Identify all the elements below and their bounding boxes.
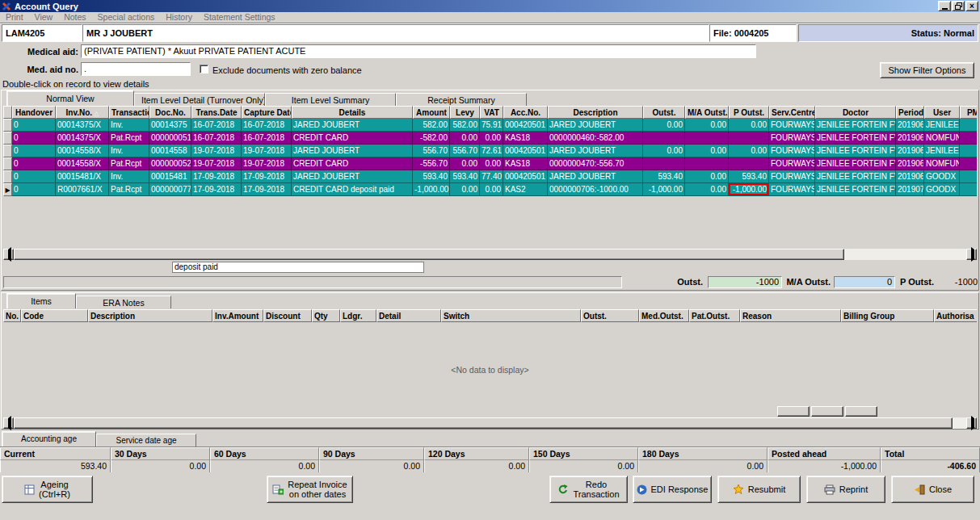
items-hscrollbar[interactable] xyxy=(3,417,977,429)
grid-cell: 0000000460:-582.00 xyxy=(548,132,643,145)
column-header-period[interactable]: Period xyxy=(896,106,924,119)
tab-item-level-detail[interactable]: Item Level Detail (Turnover Only) xyxy=(134,93,265,106)
column-header-pmb[interactable]: PMB xyxy=(960,106,977,119)
column-header-levy[interactable]: Levy xyxy=(450,106,480,119)
grid-cell: JARED JOUBERT xyxy=(548,119,643,132)
items-column-header-no-[interactable]: No. xyxy=(3,309,21,322)
column-header-capture-date[interactable]: Capture Date xyxy=(242,106,292,119)
scroll-left-arrow[interactable] xyxy=(3,249,14,260)
column-header-acc-no-[interactable]: Acc.No. xyxy=(503,106,548,119)
med-aid-no-field[interactable]: . xyxy=(81,62,191,76)
close-button[interactable]: × xyxy=(965,1,978,11)
column-header-serv-centre[interactable]: Serv.Centre xyxy=(769,106,815,119)
grid-cell: 0.00 xyxy=(450,132,480,145)
items-column-header-switch[interactable]: Switch xyxy=(441,309,581,322)
column-header-user[interactable]: User xyxy=(924,106,960,119)
menu-notes[interactable]: Notes xyxy=(58,12,91,23)
redo-transaction-button[interactable]: RedoTransaction xyxy=(549,476,628,503)
scrollbar-thumb[interactable] xyxy=(14,417,953,429)
detail-editor-field[interactable]: deposit paid xyxy=(172,262,424,273)
age-value: 593.40 xyxy=(0,460,111,472)
grid-hint-text: Double-click on record to view details xyxy=(2,78,149,90)
transaction-row[interactable]: 000014558/XPat.Rcpt000000052519-07-20181… xyxy=(3,157,977,170)
menu-history[interactable]: History xyxy=(160,12,198,23)
resubmit-button[interactable]: Resubmit xyxy=(717,476,801,503)
items-column-header-description[interactable]: Description xyxy=(88,309,212,322)
scrollbar-thumb[interactable] xyxy=(14,249,844,260)
transaction-row[interactable]: 000014375/XPat.Rcpt000000051516-07-20181… xyxy=(3,132,977,145)
grid-cell: FOURWAYS xyxy=(769,132,815,145)
items-column-header-code[interactable]: Code xyxy=(21,309,88,322)
menu-special-actions[interactable]: Special actions xyxy=(92,12,161,23)
scroll-right-arrow[interactable] xyxy=(966,249,977,260)
column-header-details[interactable]: Details xyxy=(292,106,413,119)
mini-button-2[interactable] xyxy=(811,406,843,417)
column-header-transaction[interactable]: Transaction xyxy=(109,106,149,119)
menu-view[interactable]: View xyxy=(29,12,59,23)
transaction-row[interactable]: 000014558/XInv.0001455819-07-201819-07-2… xyxy=(3,145,977,157)
tab-items[interactable]: Items xyxy=(6,293,76,308)
items-column-header-billing-group[interactable]: Billing Group xyxy=(841,309,934,322)
items-column-header-pat-outst-[interactable]: Pat.Outst. xyxy=(689,309,740,322)
menu-print[interactable]: Print xyxy=(0,12,29,23)
tab-receipt-summary[interactable]: Receipt Summary xyxy=(396,93,527,106)
column-header-outst-[interactable]: Outst. xyxy=(643,106,685,119)
repeat-invoice-button[interactable]: Repeat Invoiceon other dates xyxy=(267,476,353,503)
tab-accounting-age[interactable]: Accounting age analysis xyxy=(2,431,96,447)
transaction-row[interactable]: 000014375/XInv.0001437516-07-201816-07-2… xyxy=(3,119,977,132)
tab-era-notes[interactable]: ERA Notes xyxy=(76,296,171,308)
column-header-vat[interactable]: VAT xyxy=(480,106,503,119)
exclude-zero-balance-checkbox[interactable] xyxy=(200,65,208,73)
transactions-grid: HandoverInv.No. △TransactionDoc.No.Trans… xyxy=(3,106,977,249)
grid-cell: JARED JOUBERT xyxy=(548,170,643,183)
scroll-left-arrow[interactable] xyxy=(3,417,14,429)
minimize-button[interactable] xyxy=(938,1,951,11)
column-header-inv-no-[interactable]: Inv.No. △ xyxy=(56,106,109,119)
account-code-field[interactable]: LAM4205 xyxy=(2,24,82,42)
tab-item-level-summary[interactable]: Item Level Summary xyxy=(265,93,396,106)
column-header-p-outst-[interactable]: P Outst. xyxy=(729,106,769,119)
column-header-amount[interactable]: Amount xyxy=(413,106,450,119)
ageing-button[interactable]: Ageing(Ctrl+R) xyxy=(2,476,93,503)
items-tab-bar: ItemsERA Notes xyxy=(2,293,978,308)
mini-button-1[interactable] xyxy=(777,406,810,417)
items-column-header-qty[interactable]: Qty xyxy=(312,309,340,322)
column-header-description[interactable]: Description xyxy=(548,106,643,119)
reprint-button[interactable]: Reprint xyxy=(806,476,885,503)
column-header-doctor[interactable]: Doctor xyxy=(815,106,896,119)
items-column-header-authorisa[interactable]: Authorisa xyxy=(934,309,977,322)
scroll-right-arrow[interactable] xyxy=(966,417,977,429)
edi-response-button[interactable]: EDI Response xyxy=(633,476,712,503)
show-filter-options-button[interactable]: Show Filter Options xyxy=(880,62,974,78)
items-column-header-ldgr-[interactable]: Ldgr. xyxy=(340,309,376,322)
grid-cell: 0.00 xyxy=(480,183,503,196)
transaction-row[interactable]: 000015481/XInv.0001548117-09-201817-09-2… xyxy=(3,170,977,183)
items-column-header-med-outst-[interactable]: Med.Outst. xyxy=(639,309,689,322)
transactions-panel: Normal ViewItem Level Detail (Turnover O… xyxy=(1,90,979,291)
items-column-header-detail[interactable]: Detail xyxy=(376,309,441,322)
tab-service-date-age[interactable]: Service date age analysis xyxy=(96,434,196,447)
menu-statement-settings[interactable]: Statement Settings xyxy=(198,12,281,23)
transaction-row[interactable]: ▶0R0007661/XPat.Rcpt000000077217-09-2018… xyxy=(3,183,977,196)
items-column-header-inv-amount[interactable]: Inv.Amount xyxy=(212,309,263,322)
items-column-header-discount[interactable]: Discount xyxy=(263,309,312,322)
grid-cell xyxy=(643,132,685,145)
column-header-handover[interactable]: Handover xyxy=(12,106,56,119)
column-header-trans-date[interactable]: Trans.Date xyxy=(191,106,242,119)
column-header-m-a-outst-[interactable]: M/A Outst. xyxy=(685,106,729,119)
transactions-hscrollbar[interactable] xyxy=(3,249,977,260)
items-column-header-reason[interactable]: Reason xyxy=(740,309,841,322)
grid-cell: 0 xyxy=(12,132,56,145)
restore-button[interactable] xyxy=(952,1,965,11)
column-header-doc-no-[interactable]: Doc.No. xyxy=(149,106,191,119)
age-tab-bar: Accounting age analysisService date age … xyxy=(1,431,979,447)
close-window-button[interactable]: Close xyxy=(891,476,974,503)
tab-normal-view[interactable]: Normal View xyxy=(6,90,134,106)
row-selector: ▶ xyxy=(3,183,12,196)
mini-button-3[interactable] xyxy=(845,406,877,417)
items-column-header-outst-[interactable]: Outst. xyxy=(581,309,639,322)
account-query-window: Account Query × Print View Notes Special… xyxy=(0,0,980,520)
grid-cell: JENILEE FORTEIN FW J xyxy=(815,119,896,132)
grid-cell: 0 xyxy=(12,170,56,183)
medical-aid-field[interactable]: (PRIVATE PATIENT) * Akuut PRIVATE PATIEN… xyxy=(81,44,756,58)
